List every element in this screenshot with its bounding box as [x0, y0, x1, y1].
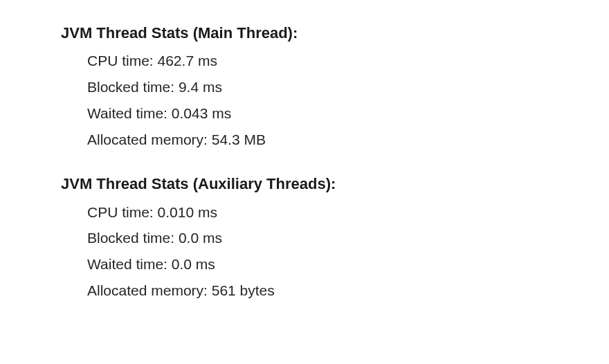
stat-label: Waited time: [87, 256, 172, 272]
stat-row-waited-time: Waited time: 0.0 ms [87, 251, 609, 277]
stat-value: 9.4 ms [179, 79, 222, 95]
stat-value: 54.3 MB [212, 131, 266, 147]
stat-label: Blocked time: [87, 230, 179, 246]
stat-label: Allocated memory: [87, 131, 212, 147]
aux-thread-heading: JVM Thread Stats (Auxiliary Threads): [61, 172, 609, 196]
aux-thread-stats-section: JVM Thread Stats (Auxiliary Threads): CP… [61, 172, 609, 303]
stat-value: 0.0 ms [179, 230, 222, 246]
stat-row-cpu-time: CPU time: 0.010 ms [87, 199, 609, 226]
stat-value: 561 bytes [212, 282, 275, 298]
stat-label: Blocked time: [87, 79, 179, 95]
stat-row-cpu-time: CPU time: 462.7 ms [87, 48, 609, 74]
main-thread-stats-section: JVM Thread Stats (Main Thread): CPU time… [61, 21, 609, 152]
main-thread-heading: JVM Thread Stats (Main Thread): [61, 21, 609, 45]
stat-row-blocked-time: Blocked time: 9.4 ms [87, 74, 609, 100]
stat-label: CPU time: [87, 53, 158, 69]
stat-label: CPU time: [87, 204, 158, 220]
stat-row-allocated-memory: Allocated memory: 54.3 MB [87, 127, 609, 153]
stat-value: 0.0 ms [172, 256, 215, 272]
stat-label: Allocated memory: [87, 282, 212, 298]
stat-label: Waited time: [87, 105, 172, 121]
main-thread-stats-list: CPU time: 462.7 ms Blocked time: 9.4 ms … [61, 48, 609, 152]
stat-row-waited-time: Waited time: 0.043 ms [87, 100, 609, 127]
stat-value: 462.7 ms [158, 53, 217, 69]
stat-row-blocked-time: Blocked time: 0.0 ms [87, 225, 609, 251]
stat-value: 0.043 ms [172, 105, 231, 121]
stat-value: 0.010 ms [158, 204, 217, 220]
stat-row-allocated-memory: Allocated memory: 561 bytes [87, 277, 609, 304]
aux-thread-stats-list: CPU time: 0.010 ms Blocked time: 0.0 ms … [61, 199, 609, 304]
